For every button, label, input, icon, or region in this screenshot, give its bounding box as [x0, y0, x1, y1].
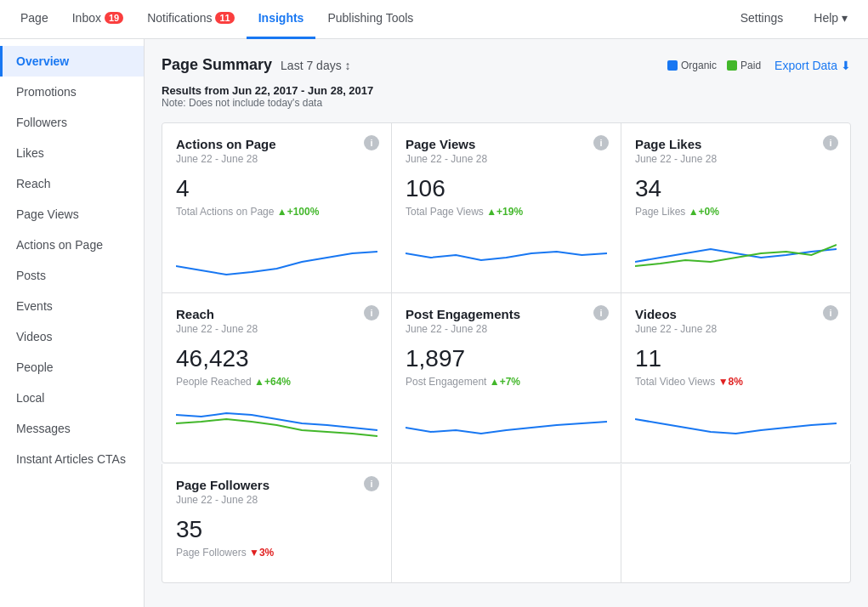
trend-post-engagements: ▲+7% [490, 376, 520, 388]
info-icon-page-likes[interactable]: i [823, 135, 838, 150]
trend-page-likes: ▲+0% [689, 206, 719, 218]
empty-cell-1 [392, 464, 621, 582]
sidebar-item-followers[interactable]: Followers [0, 107, 144, 138]
sidebar-item-reach[interactable]: Reach [0, 168, 144, 199]
sidebar-item-likes[interactable]: Likes [0, 138, 144, 168]
export-icon: ⬇ [841, 59, 851, 72]
trend-page-views: ▲+19% [486, 206, 523, 218]
sidebar-item-overview[interactable]: Overview [0, 46, 144, 77]
chart-post-engagements [406, 398, 607, 449]
organic-dot [667, 60, 678, 71]
card-page-views: i Page Views June 22 - June 28 106 Total… [392, 123, 621, 292]
top-nav-right: Settings Help ▾ [729, 0, 859, 39]
top-navigation: Page Inbox 19 Notifications 11 Insights … [0, 0, 868, 39]
metrics-grid: i Actions on Page June 22 - June 28 4 To… [162, 122, 851, 463]
sidebar-item-events[interactable]: Events [0, 291, 144, 321]
date-range-selector[interactable]: Last 7 days ↕ [281, 59, 351, 72]
sidebar-item-people[interactable]: People [0, 352, 144, 383]
chart-reach [176, 398, 377, 449]
sidebar-item-page-views[interactable]: Page Views [0, 199, 144, 230]
sidebar-item-actions-on-page[interactable]: Actions on Page [0, 230, 144, 260]
card-page-likes: i Page Likes June 22 - June 28 34 Page L… [621, 123, 850, 292]
top-nav-left: Page Inbox 19 Notifications 11 Insights … [9, 0, 729, 39]
sidebar-item-videos[interactable]: Videos [0, 321, 144, 352]
card-actions-on-page: i Actions on Page June 22 - June 28 4 To… [162, 123, 391, 292]
nav-notifications[interactable]: Notifications 11 [135, 0, 247, 39]
sidebar-item-local[interactable]: Local [0, 383, 144, 413]
info-icon-followers[interactable]: i [364, 476, 379, 491]
card-post-engagements: i Post Engagements June 22 - June 28 1,8… [392, 293, 621, 462]
notifications-badge: 11 [215, 12, 234, 24]
bottom-cards-section: i Page Followers June 22 - June 28 35 Pa… [162, 464, 851, 583]
paid-dot [727, 60, 737, 71]
export-data-button[interactable]: Export Data ⬇ [774, 59, 851, 72]
nav-inbox[interactable]: Inbox 19 [60, 0, 136, 39]
info-icon-actions[interactable]: i [364, 135, 379, 150]
chart-page-likes [635, 228, 837, 279]
card-videos: i Videos June 22 - June 28 11 Total Vide… [621, 293, 850, 462]
bottom-grid: i Page Followers June 22 - June 28 35 Pa… [162, 464, 850, 582]
empty-cell-2 [621, 464, 850, 582]
card-reach: i Reach June 22 - June 28 46,423 People … [162, 293, 391, 462]
chart-videos [635, 398, 837, 449]
info-icon-reach[interactable]: i [364, 305, 379, 321]
main-content: Page Summary Last 7 days ↕ Organic Paid … [145, 39, 868, 607]
nav-page[interactable]: Page [9, 0, 60, 39]
trend-actions: ▲+100% [277, 206, 320, 218]
header-right: Organic Paid Export Data ⬇ [667, 59, 851, 72]
trend-followers: ▼3% [249, 547, 274, 559]
summary-header: Page Summary Last 7 days ↕ Organic Paid … [162, 56, 851, 74]
chart-actions [176, 228, 377, 279]
legend-organic: Organic [667, 60, 717, 71]
legend-paid: Paid [727, 60, 761, 71]
nav-publishing-tools[interactable]: Publishing Tools [315, 0, 425, 39]
legend: Organic Paid [667, 60, 761, 71]
card-page-followers: i Page Followers June 22 - June 28 35 Pa… [162, 464, 391, 582]
info-icon-page-views[interactable]: i [593, 135, 609, 150]
sidebar: Overview Promotions Followers Likes Reac… [0, 39, 145, 607]
sidebar-item-promotions[interactable]: Promotions [0, 77, 144, 107]
sidebar-item-messages[interactable]: Messages [0, 413, 144, 444]
info-icon-post-engagements[interactable]: i [593, 305, 609, 321]
info-icon-videos[interactable]: i [823, 305, 838, 321]
trend-videos: ▼8% [718, 376, 743, 388]
sidebar-item-posts[interactable]: Posts [0, 260, 144, 291]
chart-page-views [406, 228, 607, 279]
inbox-badge: 19 [105, 12, 123, 24]
sidebar-item-instant-articles[interactable]: Instant Articles CTAs [0, 444, 144, 474]
nav-insights[interactable]: Insights [247, 0, 316, 39]
date-note: Results from Jun 22, 2017 - Jun 28, 2017… [162, 84, 851, 109]
page-summary-title: Page Summary [162, 56, 272, 74]
main-layout: Overview Promotions Followers Likes Reac… [0, 39, 868, 607]
summary-title-row: Page Summary Last 7 days ↕ [162, 56, 351, 74]
trend-reach: ▲+64% [254, 376, 291, 388]
nav-settings[interactable]: Settings [729, 0, 796, 39]
nav-help[interactable]: Help ▾ [802, 0, 859, 39]
